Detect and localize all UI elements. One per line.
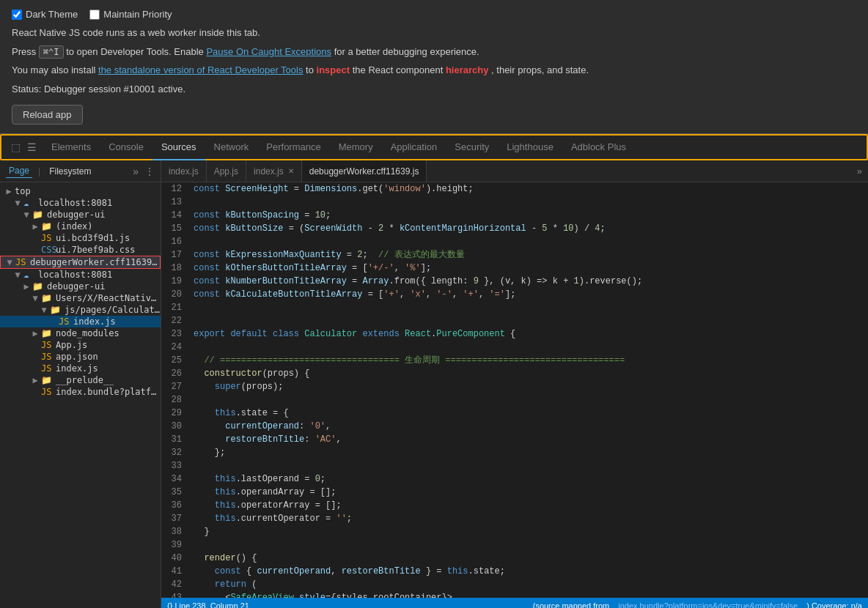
tree-node-bundle[interactable]: ▶ JS index.bundle?platform=ios&dev=t bbox=[0, 386, 161, 398]
tab-sources[interactable]: Sources bbox=[152, 134, 205, 160]
code-line-32: 32 }; bbox=[161, 446, 868, 459]
css-icon-ui: CSS bbox=[41, 245, 53, 255]
code-line-25: 25 // ==================================… bbox=[161, 354, 868, 367]
status-bar: {} Line 238, Column 21 (source mapped fr… bbox=[161, 598, 868, 608]
tree-arrow-dw: ▼ bbox=[4, 257, 15, 267]
tree-arrow-index: ▶ bbox=[29, 221, 41, 231]
tree-node-indexjs-selected[interactable]: ▶ JS index.js bbox=[0, 316, 161, 327]
code-tab-index2[interactable]: index.js ✕ bbox=[246, 160, 302, 182]
tree-arrow-nm: ▶ bbox=[29, 328, 41, 338]
tab-lighthouse[interactable]: Lighthouse bbox=[498, 134, 562, 160]
folder-icon-dui2: 📁 bbox=[32, 281, 44, 292]
folder-icon-index: 📁 bbox=[41, 221, 53, 231]
panel-tab-page[interactable]: Page bbox=[6, 164, 32, 178]
tree-node-prelude[interactable]: ▶ 📁 __prelude__ bbox=[0, 374, 161, 386]
device-icon[interactable]: ☰ bbox=[25, 141, 38, 154]
code-tab-index1[interactable]: index.js bbox=[161, 160, 207, 182]
tree-arrow-debugger-ui: ▼ bbox=[21, 210, 32, 220]
folder-icon-debugger-ui: 📁 bbox=[32, 210, 44, 220]
tree-node-appjs[interactable]: ▶ JS App.js bbox=[0, 339, 161, 351]
tree-node-top[interactable]: ▶ top bbox=[0, 185, 161, 197]
file-tree: ▶ top ▼ ☁ localhost:8081 ▼ 📁 debugger-ui bbox=[0, 182, 161, 608]
code-line-38: 38 } bbox=[161, 525, 868, 538]
tab-performance[interactable]: Performance bbox=[257, 134, 329, 160]
tree-arrow-localhost1: ▼ bbox=[12, 198, 23, 208]
code-line-37: 37 this.currentOperator = ''; bbox=[161, 512, 868, 525]
code-line-29: 29 this.state = { bbox=[161, 407, 868, 420]
js-icon-bundle: JS bbox=[41, 387, 53, 397]
tree-node-indexjs2[interactable]: ▶ JS index.js bbox=[0, 363, 161, 374]
tree-node-appjson[interactable]: ▶ JS app.json bbox=[0, 351, 161, 363]
standalone-tools-link[interactable]: the standalone version of React Develope… bbox=[98, 64, 303, 75]
tab-adblock[interactable]: Adblock Plus bbox=[562, 134, 635, 160]
tree-node-debugger-worker[interactable]: ▼ JS debuggerWorker.cff11639.js bbox=[0, 256, 161, 269]
panel-tab-filesystem[interactable]: Filesystem bbox=[46, 165, 94, 178]
info-line-1: React Native JS code runs as a web worke… bbox=[12, 26, 856, 40]
inspect-icon[interactable]: ⬚ bbox=[9, 141, 22, 154]
keyboard-shortcut: ⌘⌃I bbox=[39, 45, 64, 59]
code-line-23: 23 export default class Calculator exten… bbox=[161, 327, 868, 341]
code-line-26: 26 constructor(props) { bbox=[161, 367, 868, 380]
maintain-priority-checkbox[interactable]: Maintain Priority bbox=[89, 9, 172, 20]
close-tab-index2[interactable]: ✕ bbox=[288, 167, 294, 175]
tree-node-localhost1[interactable]: ▼ ☁ localhost:8081 bbox=[0, 197, 161, 209]
code-line-18: 18 const kOthersButtonTitleArray = ['+/-… bbox=[161, 262, 868, 275]
code-line-13: 13 bbox=[161, 196, 868, 209]
code-tabs-bar: index.js App.js index.js ✕ debuggerWorke… bbox=[161, 160, 868, 182]
tree-node-debugger-ui[interactable]: ▼ 📁 debugger-ui bbox=[0, 209, 161, 220]
code-line-14: 14 const kButtonSpacing = 10; bbox=[161, 209, 868, 222]
js-icon-appjson: JS bbox=[41, 352, 53, 362]
tab-elements[interactable]: Elements bbox=[43, 134, 100, 160]
tab-security[interactable]: Security bbox=[446, 134, 498, 160]
tree-node-calculator[interactable]: ▼ 📁 js/pages/Calculator bbox=[0, 304, 161, 316]
cursor-position[interactable]: {} Line 238, Column 21 bbox=[167, 601, 249, 608]
tree-node-users[interactable]: ▼ 📁 Users/X/ReactNative_Project/iOS bbox=[0, 292, 161, 304]
pause-exceptions-link[interactable]: Pause On Caught Exceptions bbox=[206, 46, 331, 57]
file-panel: Page | Filesystem » ⋮ ▶ top ▼ ☁ localhos… bbox=[0, 160, 161, 608]
dark-theme-checkbox[interactable]: Dark Theme bbox=[12, 9, 78, 20]
tab-network[interactable]: Network bbox=[205, 134, 258, 160]
code-tab-more[interactable]: » bbox=[851, 166, 868, 177]
reload-app-button[interactable]: Reload app bbox=[12, 105, 83, 125]
js-icon-index2: JS bbox=[41, 363, 53, 374]
code-line-35: 35 this.operandArray = []; bbox=[161, 486, 868, 499]
source-map-link[interactable]: index.bundle?platform=ios&dev=true&minif… bbox=[618, 601, 798, 608]
devtools-tab-bar: ⬚ ☰ Elements Console Sources Network Per… bbox=[0, 134, 868, 160]
tree-arrow-prelude: ▶ bbox=[29, 375, 41, 385]
tree-node-debugger-ui2[interactable]: ▶ 📁 debugger-ui bbox=[0, 281, 161, 292]
panel-menu-icon[interactable]: ⋮ bbox=[144, 166, 155, 177]
tree-arrow-users: ▼ bbox=[29, 293, 41, 303]
tree-node-ui-css[interactable]: ▶ CSS ui.7beef9ab.css bbox=[0, 244, 161, 256]
panel-more-icon[interactable]: » bbox=[133, 166, 139, 177]
code-line-17: 17 const kExpressionMaxQuantity = 2; // … bbox=[161, 248, 868, 262]
info-line-3: You may also install the standalone vers… bbox=[12, 63, 856, 78]
info-line-2: Press ⌘⌃I to open Developer Tools. Enabl… bbox=[12, 45, 856, 59]
code-line-42: 42 return ( bbox=[161, 578, 868, 591]
code-line-28: 28 bbox=[161, 393, 868, 407]
code-line-21: 21 bbox=[161, 301, 868, 314]
tree-node-index[interactable]: ▶ 📁 (index) bbox=[0, 220, 161, 232]
tree-node-node-modules[interactable]: ▶ 📁 node_modules bbox=[0, 327, 161, 339]
code-line-15: 15 const kButtonSize = (ScreenWidth - 2 … bbox=[161, 222, 868, 235]
code-line-24: 24 bbox=[161, 341, 868, 354]
tree-arrow-dui2: ▶ bbox=[21, 281, 32, 292]
code-panel: index.js App.js index.js ✕ debuggerWorke… bbox=[161, 160, 868, 608]
code-line-41: 41 const { currentOperand, restoreBtnTit… bbox=[161, 565, 868, 578]
code-line-22: 22 bbox=[161, 314, 868, 327]
tree-node-localhost2[interactable]: ▼ ☁ localhost:8081 bbox=[0, 269, 161, 281]
cloud-icon-2: ☁ bbox=[23, 270, 35, 280]
tab-console[interactable]: Console bbox=[100, 134, 152, 160]
inspect-highlight: inspect bbox=[317, 64, 350, 75]
devtools-container: ⬚ ☰ Elements Console Sources Network Per… bbox=[0, 134, 868, 608]
top-panel: Dark Theme Maintain Priority React Nativ… bbox=[0, 0, 868, 134]
folder-icon-nm: 📁 bbox=[41, 328, 53, 338]
tree-node-ui-js[interactable]: ▶ JS ui.bcd3f9d1.js bbox=[0, 232, 161, 244]
file-panel-header: Page | Filesystem » ⋮ bbox=[0, 160, 161, 182]
code-tab-debugger-worker[interactable]: debuggerWorker.cff11639.js bbox=[302, 160, 427, 182]
tab-memory[interactable]: Memory bbox=[330, 134, 382, 160]
tab-application[interactable]: Application bbox=[382, 134, 446, 160]
code-content[interactable]: 12 const ScreenHeight = Dimensions.get('… bbox=[161, 182, 868, 598]
code-tab-appjs[interactable]: App.js bbox=[207, 160, 246, 182]
code-line-40: 40 render() { bbox=[161, 552, 868, 565]
checkbox-row: Dark Theme Maintain Priority bbox=[12, 9, 856, 20]
